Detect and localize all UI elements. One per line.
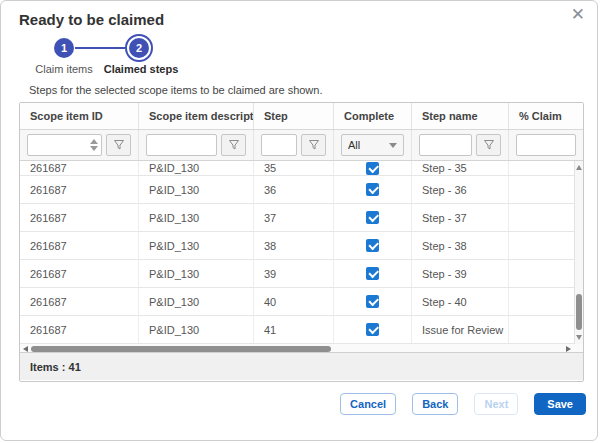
cell-complete (334, 316, 412, 343)
cell-step-name: Step - 37 (412, 204, 509, 231)
cell-scope-item-id: 261687 (20, 161, 139, 175)
cell-step: 41 (254, 316, 334, 343)
description-filter-button[interactable] (221, 134, 246, 156)
number-spinner[interactable] (89, 137, 99, 153)
cell-step: 38 (254, 232, 334, 259)
cell-step-name: Step - 36 (412, 176, 509, 203)
save-button[interactable]: Save (534, 393, 586, 415)
vertical-scrollbar[interactable] (574, 161, 583, 344)
horizontal-scroll-thumb[interactable] (31, 346, 331, 352)
spinner-up-icon[interactable] (90, 139, 98, 144)
close-icon[interactable]: ✕ (571, 6, 585, 23)
cancel-button[interactable]: Cancel (340, 393, 396, 415)
complete-checkbox-checked[interactable] (366, 295, 379, 308)
filter-cell-claim-percent (509, 130, 583, 160)
cell-scope-item-id: 261687 (20, 316, 139, 343)
cell-step: 40 (254, 288, 334, 315)
column-header-claim-percent: % Claim (509, 103, 583, 129)
cell-step: 36 (254, 176, 334, 203)
cell-scope-item-id: 261687 (20, 176, 139, 203)
table-row[interactable]: 261687 P&ID_130 38 Step - 38 (20, 232, 583, 260)
column-header-scope-item-id: Scope item ID (20, 103, 139, 129)
column-header-step: Step (254, 103, 334, 129)
horizontal-scrollbar[interactable] (20, 344, 583, 353)
items-count-text: Items : 41 (30, 361, 81, 373)
cell-description: P&ID_130 (139, 176, 254, 203)
scroll-right-icon[interactable] (566, 346, 571, 352)
cell-complete (334, 232, 412, 259)
table-row[interactable]: 261687 P&ID_130 36 Step - 36 (20, 176, 583, 204)
next-button[interactable]: Next (474, 393, 518, 415)
cell-complete (334, 288, 412, 315)
cell-description: P&ID_130 (139, 288, 254, 315)
action-button-bar: Cancel Back Next Save (340, 393, 586, 415)
complete-checkbox-checked[interactable] (366, 239, 379, 252)
table-footer: Items : 41 (20, 353, 583, 380)
filter-cell-complete: All (334, 130, 412, 160)
scope-item-id-filter-button[interactable] (106, 134, 131, 156)
cell-complete (334, 176, 412, 203)
table-row[interactable]: 261687 P&ID_130 40 Step - 40 (20, 288, 583, 316)
cell-step-name: Step - 35 (412, 161, 509, 175)
info-text: Steps for the selected scope items to be… (29, 84, 323, 96)
table-header-row: Scope item ID Scope item description Ste… (20, 103, 583, 130)
cell-claim-percent (509, 260, 583, 287)
step-1-indicator[interactable]: 1 (54, 38, 74, 58)
step-2-number: 2 (136, 42, 142, 54)
table-row[interactable]: 261687 P&ID_130 39 Step - 39 (20, 260, 583, 288)
spinner-down-icon[interactable] (90, 146, 98, 151)
table-filter-row: All (20, 130, 583, 161)
scroll-left-icon[interactable] (23, 346, 28, 352)
cell-scope-item-id: 261687 (20, 232, 139, 259)
table-row[interactable]: 261687 P&ID_130 35 Step - 35 (20, 161, 583, 176)
complete-filter-dropdown[interactable]: All (341, 134, 404, 156)
cell-claim-percent (509, 176, 583, 203)
ready-to-be-claimed-dialog: Ready to be claimed ✕ 1 2 Claim items Cl… (0, 0, 598, 441)
cell-claim-percent (509, 316, 583, 343)
table-row[interactable]: 261687 P&ID_130 37 Step - 37 (20, 204, 583, 232)
cell-description: P&ID_130 (139, 260, 254, 287)
cell-complete (334, 161, 412, 175)
scroll-up-icon[interactable] (576, 165, 582, 170)
cell-description: P&ID_130 (139, 232, 254, 259)
complete-checkbox-checked[interactable] (366, 267, 379, 280)
step-filter-button[interactable] (301, 134, 326, 156)
step-filter-input[interactable] (261, 134, 297, 156)
complete-checkbox-checked[interactable] (366, 211, 379, 224)
scroll-down-icon[interactable] (576, 335, 582, 340)
complete-filter-value: All (348, 139, 360, 151)
complete-checkbox-checked[interactable] (366, 323, 379, 336)
filter-funnel-icon (113, 139, 125, 151)
cell-scope-item-id: 261687 (20, 204, 139, 231)
step-name-filter-button[interactable] (476, 134, 501, 156)
column-header-step-name: Step name (412, 103, 509, 129)
filter-funnel-icon (228, 139, 240, 151)
cell-step-name: Issue for Review (412, 316, 509, 343)
column-header-scope-item-description: Scope item description (139, 103, 254, 129)
filter-funnel-icon (483, 139, 495, 151)
cell-step: 39 (254, 260, 334, 287)
cell-claim-percent (509, 232, 583, 259)
complete-checkbox-checked[interactable] (366, 183, 379, 196)
step-name-filter-input[interactable] (419, 134, 472, 156)
column-header-complete: Complete (334, 103, 412, 129)
claimed-steps-table: Scope item ID Scope item description Ste… (19, 102, 584, 382)
claim-percent-filter-input[interactable] (516, 134, 576, 156)
step-2-indicator[interactable]: 2 (125, 34, 153, 62)
page-title: Ready to be claimed (19, 11, 164, 28)
cell-description: P&ID_130 (139, 316, 254, 343)
complete-checkbox-checked[interactable] (366, 162, 379, 175)
cell-step: 35 (254, 161, 334, 175)
back-button[interactable]: Back (412, 393, 458, 415)
cell-description: P&ID_130 (139, 204, 254, 231)
step-1-label: Claim items (29, 63, 99, 75)
cell-step-name: Step - 38 (412, 232, 509, 259)
vertical-scroll-thumb[interactable] (576, 294, 582, 330)
stepper-connector-line (75, 47, 125, 49)
step-2-circle: 2 (129, 38, 149, 58)
filter-cell-step (254, 130, 334, 160)
filter-funnel-icon (308, 139, 320, 151)
description-filter-input[interactable] (146, 134, 217, 156)
cell-complete (334, 260, 412, 287)
table-row[interactable]: 261687 P&ID_130 41 Issue for Review (20, 316, 583, 344)
